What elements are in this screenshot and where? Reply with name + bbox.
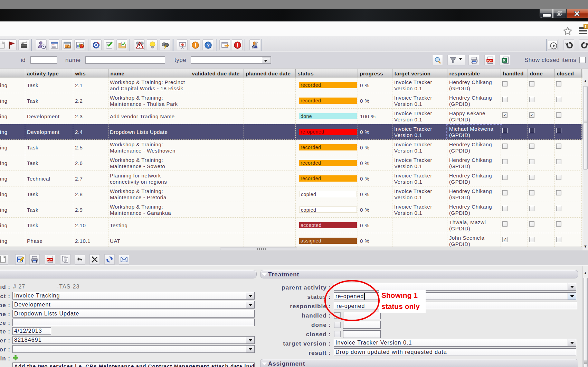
svg-text:PDF: PDF (487, 59, 492, 62)
svg-text:?: ? (207, 43, 210, 48)
svg-text:PDF: PDF (47, 258, 53, 261)
